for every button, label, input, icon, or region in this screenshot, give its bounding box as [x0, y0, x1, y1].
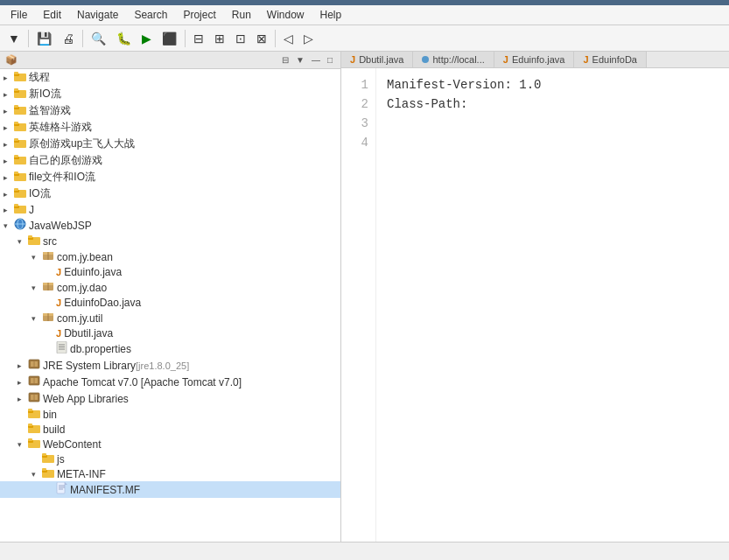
code-line: Manifest-Version: 1.0: [387, 75, 718, 94]
svg-rect-60: [28, 409, 32, 411]
menu-item-file[interactable]: File: [4, 7, 34, 23]
svg-rect-26: [14, 204, 18, 206]
tree-label: J: [29, 204, 34, 216]
tree-arrow-expanded[interactable]: [18, 440, 28, 449]
editor-text[interactable]: Manifest-Version: 1.0Class-Path:: [376, 68, 729, 542]
tree-icon-folder-yellow: [28, 234, 40, 248]
tree-item[interactable]: com.jy.bean: [0, 248, 340, 265]
tree-label: 线程: [29, 70, 50, 85]
tree-arrow-expanded[interactable]: [32, 314, 42, 323]
editor-content: 1234 Manifest-Version: 1.0Class-Path:: [341, 68, 729, 542]
menu-item-search[interactable]: Search: [127, 7, 174, 23]
tree-item[interactable]: js: [0, 452, 340, 466]
menu-item-navigate[interactable]: Navigate: [70, 7, 125, 23]
toolbar-btn-a[interactable]: ⊟: [189, 29, 208, 48]
menu-item-help[interactable]: Help: [313, 7, 349, 23]
tree-arrow-collapsed[interactable]: [18, 361, 28, 370]
menu-item-run[interactable]: Run: [225, 7, 258, 23]
toolbar-btn-b[interactable]: ⊞: [210, 29, 229, 48]
menu-item-edit[interactable]: Edit: [36, 7, 68, 23]
tree-arrow-expanded[interactable]: [32, 284, 42, 292]
tree-item[interactable]: META-INF: [0, 466, 340, 481]
toolbar-btn-d[interactable]: ⊠: [252, 29, 271, 48]
tree-arrow-expanded[interactable]: [32, 470, 42, 479]
tree-label: com.jy.dao: [57, 282, 107, 294]
tree-arrow-collapsed[interactable]: [18, 378, 28, 387]
tree-label: 新IO流: [29, 87, 61, 102]
tree-arrow-collapsed[interactable]: [4, 123, 14, 132]
tree-arrow-collapsed[interactable]: [4, 74, 14, 82]
svg-rect-63: [28, 424, 32, 426]
tree-item[interactable]: JRE System Library [jre1.8.0_25]: [0, 357, 340, 374]
panel-max-btn[interactable]: □: [325, 54, 335, 66]
tree-item[interactable]: Apache Tomcat v7.0 [Apache Tomcat v7.0]: [0, 374, 340, 390]
tree-arrow-collapsed[interactable]: [4, 140, 14, 149]
toolbar-new-btn[interactable]: ▼: [4, 29, 25, 48]
toolbar-debug-btn[interactable]: 🐛: [112, 29, 136, 48]
tree-icon-lib-brown: [28, 391, 40, 406]
toolbar-search-btn[interactable]: 🔍: [87, 29, 110, 48]
tree-item[interactable]: 益智游戏: [0, 102, 340, 119]
tree-arrow-collapsed[interactable]: [4, 90, 14, 99]
tree-item[interactable]: com.jy.util: [0, 310, 340, 326]
tree-item[interactable]: 原创游戏up主飞人大战: [0, 136, 340, 152]
tree-arrow-collapsed[interactable]: [4, 157, 14, 165]
menu-item-window[interactable]: Window: [260, 7, 312, 23]
menu-item-project[interactable]: Project: [176, 7, 222, 23]
tree-item[interactable]: com.jy.dao: [0, 279, 340, 296]
tree-item[interactable]: IO流: [0, 186, 340, 202]
line-number: 3: [352, 114, 368, 133]
tree-arrow-collapsed[interactable]: [4, 107, 14, 116]
tree-arrow-collapsed[interactable]: [4, 173, 14, 182]
tree-arrow-collapsed[interactable]: [18, 395, 28, 403]
editor-tab-browser[interactable]: http://local...: [413, 52, 494, 67]
tree-item[interactable]: 自己的原创游戏: [0, 152, 340, 169]
toolbar-run-btn[interactable]: ▶: [137, 29, 156, 48]
tree-label: build: [43, 424, 65, 436]
status-bar: [0, 542, 729, 559]
toolbar-back-btn[interactable]: ◁: [279, 29, 298, 48]
toolbar-stop-btn[interactable]: ⬛: [158, 29, 181, 48]
toolbar-sep-4: [275, 30, 276, 47]
tab-label: EduinfoDa: [592, 54, 637, 65]
tree-item[interactable]: JDbutil.java: [0, 326, 340, 340]
tree-item[interactable]: JavaWebJSP: [0, 217, 340, 234]
toolbar-save-btn[interactable]: 💾: [32, 29, 56, 48]
toolbar-fwd-btn[interactable]: ▷: [299, 29, 318, 48]
tree-label: IO流: [29, 186, 51, 201]
tree-item[interactable]: 英雄格斗游戏: [0, 119, 340, 136]
tree-item[interactable]: J: [0, 202, 340, 217]
tree-item[interactable]: JEduinfoDao.java: [0, 296, 340, 310]
tree-arrow-collapsed[interactable]: [4, 206, 14, 214]
tree-item[interactable]: build: [0, 422, 340, 437]
svg-rect-72: [42, 468, 46, 471]
tree-arrow-expanded[interactable]: [32, 253, 42, 262]
tree-item[interactable]: MANIFEST.MF: [0, 481, 340, 498]
toolbar-btn-c[interactable]: ⊡: [231, 29, 250, 48]
tree-item[interactable]: WebContent: [0, 437, 340, 452]
tree-item[interactable]: src: [0, 234, 340, 248]
tree-item[interactable]: JEduinfo.java: [0, 265, 340, 279]
panel-min-btn[interactable]: —: [309, 54, 323, 66]
tree-item[interactable]: bin: [0, 407, 340, 422]
svg-rect-17: [14, 155, 18, 158]
panel-menu-btn[interactable]: ▼: [293, 54, 307, 66]
svg-rect-66: [28, 438, 32, 441]
tree-arrow-expanded[interactable]: [4, 221, 14, 230]
tree-item[interactable]: Web App Libraries: [0, 390, 340, 407]
tree-item[interactable]: 线程: [0, 69, 340, 86]
panel-collapse-btn[interactable]: ⊟: [279, 54, 291, 66]
tree-icon-java-orange: J: [56, 267, 61, 277]
editor-tab-dbutil[interactable]: JDbutil.java: [341, 52, 413, 67]
tree-icon-folder-yellow: [28, 438, 40, 451]
tab-label: http://local...: [432, 54, 484, 65]
tree-arrow-expanded[interactable]: [18, 237, 28, 246]
tree-item[interactable]: file文件和IO流: [0, 169, 340, 186]
tree-item[interactable]: 新IO流: [0, 86, 340, 102]
toolbar-print-btn[interactable]: 🖨: [58, 29, 79, 48]
editor-tab-eduinfoda[interactable]: JEduinfoDa: [574, 52, 647, 67]
tree-item[interactable]: db.properties: [0, 340, 340, 357]
tree-arrow-collapsed[interactable]: [4, 190, 14, 199]
toolbar-sep-2: [82, 30, 83, 47]
editor-tab-eduinfo[interactable]: JEduinfo.java: [494, 52, 575, 67]
